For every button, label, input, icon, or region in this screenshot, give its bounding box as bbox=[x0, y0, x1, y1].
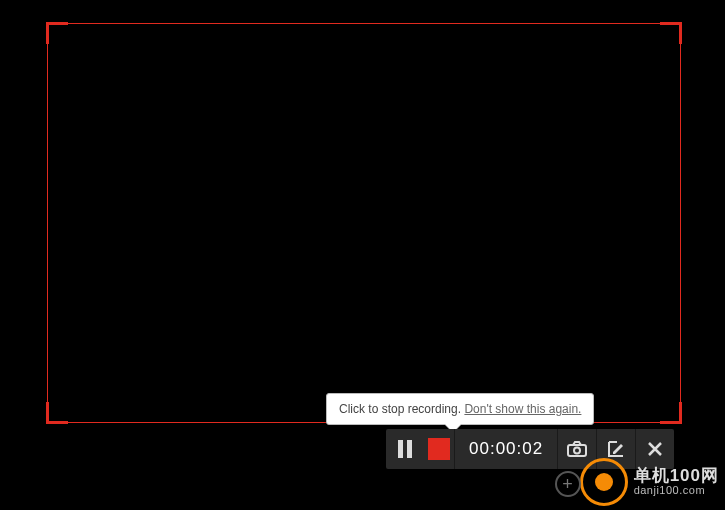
frame-corner-tl bbox=[46, 22, 68, 44]
watermark-title: 单机100网 bbox=[634, 467, 719, 485]
tooltip-dismiss-link[interactable]: Don't show this again. bbox=[464, 402, 581, 416]
frame-corner-tr bbox=[660, 22, 682, 44]
stop-icon bbox=[428, 438, 450, 460]
plus-icon: + bbox=[555, 471, 581, 497]
screenshot-button[interactable] bbox=[558, 429, 596, 469]
recording-timer: 00:00:02 bbox=[455, 429, 557, 469]
close-icon bbox=[648, 442, 662, 456]
close-button[interactable] bbox=[636, 429, 674, 469]
recording-toolbar: 00:00:02 bbox=[386, 429, 674, 469]
pause-button[interactable] bbox=[386, 429, 424, 469]
frame-edge-left bbox=[47, 44, 48, 402]
stop-recording-tooltip: Click to stop recording. Don't show this… bbox=[326, 393, 594, 425]
camera-icon bbox=[567, 441, 587, 457]
annotate-button[interactable] bbox=[597, 429, 635, 469]
pause-icon bbox=[397, 440, 413, 458]
svg-point-3 bbox=[574, 448, 580, 454]
svg-rect-0 bbox=[398, 440, 403, 458]
frame-corner-bl bbox=[46, 402, 68, 424]
frame-edge-right bbox=[680, 44, 681, 402]
edit-icon bbox=[607, 440, 625, 458]
stop-button[interactable] bbox=[424, 429, 454, 469]
frame-corner-br bbox=[660, 402, 682, 424]
recording-frame bbox=[46, 22, 682, 424]
watermark-sub: danji100.com bbox=[634, 485, 719, 497]
svg-rect-1 bbox=[407, 440, 412, 458]
tooltip-text: Click to stop recording. bbox=[339, 402, 464, 416]
frame-edge-top bbox=[68, 23, 660, 24]
